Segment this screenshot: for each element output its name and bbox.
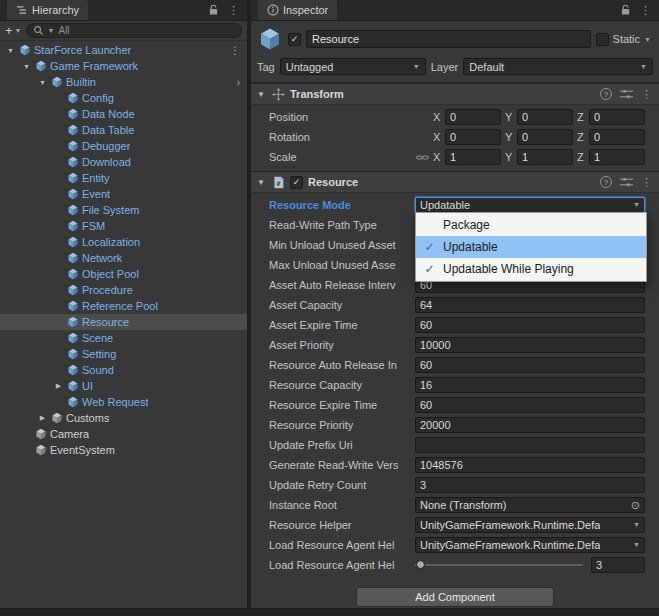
rotation-z-field[interactable]: 0 [589,129,645,145]
tree-item-camera[interactable]: Camera [0,426,247,442]
popup-item-updatable[interactable]: ✓Updatable [416,236,646,258]
resource-mode-dropdown[interactable]: Updatable▼ [415,197,645,213]
property-label: Asset Capacity [269,299,415,311]
foldout-open-icon[interactable]: ▼ [36,79,49,86]
lock-icon[interactable] [620,4,631,16]
foldout-open-icon[interactable]: ▼ [255,178,267,187]
kebab-menu-icon[interactable]: ⋮ [230,45,247,56]
generate-read-write-vers-field[interactable]: 1048576 [415,457,645,473]
tree-item-reference-pool[interactable]: Reference Pool [0,298,247,314]
presets-icon[interactable] [620,88,633,100]
tree-item-resource[interactable]: Resource [0,314,247,330]
popup-item-package[interactable]: Package [416,214,646,236]
object-picker-icon[interactable]: ⊙ [631,500,640,511]
foldout-open-icon[interactable]: ▼ [20,63,33,70]
tree-item-scene[interactable]: Scene [0,330,247,346]
rotation-x-field[interactable]: 0 [445,129,501,145]
foldout-open-icon[interactable]: ▼ [4,47,17,54]
load-resource-agent-hel-value-field[interactable]: 3 [591,557,645,573]
kebab-menu-icon[interactable]: ⋮ [640,4,651,17]
tree-item-fsm[interactable]: FSM [0,218,247,234]
active-checkbox[interactable]: ✓ [288,33,301,46]
resource-helper-dropdown[interactable]: UnityGameFramework.Runtime.Defa▼ [415,517,645,533]
position-z-field[interactable]: 0 [589,109,645,125]
tree-item-customs[interactable]: ▶Customs [0,410,247,426]
tree-item-sound[interactable]: Sound [0,362,247,378]
load-resource-agent-hel-slider[interactable] [415,564,583,566]
search-input[interactable]: ▼ All [26,23,242,38]
resource-expire-time-field[interactable]: 60 [415,397,645,413]
tab-hierarchy-label: Hierarchy [32,4,79,16]
tab-inspector[interactable]: Inspector [258,0,337,20]
help-icon[interactable]: ? [600,88,612,100]
instance-root-object-field[interactable]: None (Transform)⊙ [415,497,645,513]
position-y-field[interactable]: 0 [517,109,573,125]
gameobject-name-field[interactable]: Resource [306,30,591,48]
property-label: Load Resource Agent Hel [269,559,415,571]
link-scale-icon[interactable] [415,151,429,164]
tree-item-game-framework[interactable]: ▼Game Framework [0,58,247,74]
scale-y-field[interactable]: 1 [517,149,573,165]
tree-item-data-table[interactable]: Data Table [0,122,247,138]
asset-capacity-field[interactable]: 64 [415,297,645,313]
foldout-closed-icon[interactable]: ▶ [36,414,49,422]
static-checkbox[interactable] [596,33,609,46]
popup-item-updatable-while-playing[interactable]: ✓Updatable While Playing [416,258,646,280]
load-resource-agent-hel-dropdown[interactable]: UnityGameFramework.Runtime.Defa▼ [415,537,645,553]
help-icon[interactable]: ? [600,176,612,188]
rotation-y-field[interactable]: 0 [517,129,573,145]
tree-item-entity[interactable]: Entity [0,170,247,186]
presets-icon[interactable] [620,176,633,188]
tree-item-file-system[interactable]: File System [0,202,247,218]
tree-item-network[interactable]: Network [0,250,247,266]
resource-priority-field[interactable]: 20000 [415,417,645,433]
kebab-menu-icon[interactable]: ⋮ [641,88,652,101]
tab-hierarchy[interactable]: Hierarchy [7,0,88,20]
foldout-open-icon[interactable]: ▼ [255,90,267,99]
asset-expire-time-field[interactable]: 60 [415,317,645,333]
create-menu-button[interactable]: + ▼ [5,23,22,38]
tree-item-config[interactable]: Config [0,90,247,106]
layer-dropdown[interactable]: Default ▼ [463,58,653,75]
tree-item-starforce-launcher[interactable]: ▼StarForce Launcher⋮ [0,42,247,58]
update-retry-count-field[interactable]: 3 [415,477,645,493]
slider-knob[interactable] [416,560,425,569]
tree-item-label: Game Framework [50,60,138,72]
tree-item-localization[interactable]: Localization [0,234,247,250]
update-prefix-uri-field[interactable] [415,437,645,453]
tree-item-debugger[interactable]: Debugger [0,138,247,154]
tree-item-ui[interactable]: ▶UI [0,378,247,394]
transform-component-header[interactable]: ▼ Transform ? ⋮ [251,83,659,105]
tree-item-eventsystem[interactable]: EventSystem [0,442,247,458]
kebab-menu-icon[interactable]: ⋮ [641,176,652,189]
open-prefab-icon[interactable]: › [237,77,247,88]
inspector-icon [267,4,279,16]
lock-icon[interactable] [208,4,219,16]
tree-item-download[interactable]: Download [0,154,247,170]
tree-item-object-pool[interactable]: Object Pool [0,266,247,282]
tree-item-label: Event [82,188,110,200]
tag-dropdown[interactable]: Untagged ▼ [280,58,426,75]
position-x-field[interactable]: 0 [445,109,501,125]
foldout-closed-icon[interactable]: ▶ [52,382,65,390]
resource-enabled-checkbox[interactable]: ✓ [290,176,303,189]
asset-priority-field[interactable]: 10000 [415,337,645,353]
property-label: Resource Capacity [269,379,415,391]
static-toggle[interactable]: Static ▼ [596,33,653,46]
resource-auto-release-in-field[interactable]: 60 [415,357,645,373]
tree-item-web-request[interactable]: Web Request [0,394,247,410]
add-component-button[interactable]: Add Component [356,587,554,607]
resource-capacity-field[interactable]: 16 [415,377,645,393]
kebab-menu-icon[interactable]: ⋮ [228,4,239,17]
tree-item-setting[interactable]: Setting [0,346,247,362]
tree-item-label: Setting [82,348,116,360]
scale-x-field[interactable]: 1 [445,149,501,165]
tree-item-data-node[interactable]: Data Node [0,106,247,122]
axis-label-z: Z [577,151,589,163]
resource-component-header[interactable]: ▼ # ✓ Resource ? ⋮ [251,171,659,193]
tree-item-event[interactable]: Event [0,186,247,202]
tree-item-builtin[interactable]: ▼Builtin› [0,74,247,90]
tree-item-procedure[interactable]: Procedure [0,282,247,298]
prefab-icon [65,300,80,312]
scale-z-field[interactable]: 1 [589,149,645,165]
